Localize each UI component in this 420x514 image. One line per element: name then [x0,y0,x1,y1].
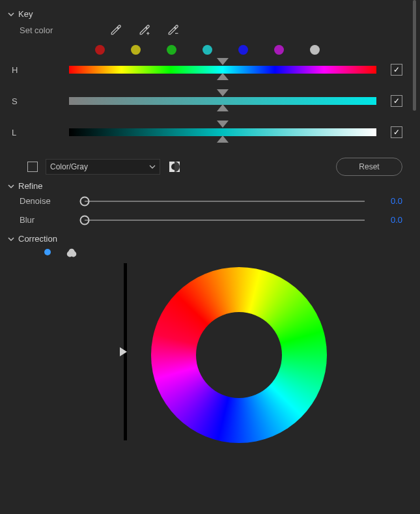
panel-vertical-scrollbar[interactable] [413,0,416,111]
s-checkbox[interactable]: ✓ [391,95,402,107]
swatch-blue[interactable] [238,45,248,55]
h-checkbox[interactable]: ✓ [391,64,402,76]
l-slider-handle[interactable] [217,121,229,143]
h-label: H [12,65,30,75]
s-slider[interactable] [69,97,376,105]
svg-marker-4 [217,121,229,128]
section-toggle-key[interactable]: Key [8,9,402,19]
swatch-cyan[interactable] [203,45,212,55]
section-toggle-correction[interactable]: Correction [8,234,402,244]
l-checkbox[interactable]: ✓ [391,126,402,138]
blur-value[interactable]: 0.0 [376,215,402,225]
swatch-gray[interactable] [310,45,320,55]
h-slider[interactable] [69,66,376,74]
section-toggle-refine[interactable]: Refine [8,181,402,191]
svg-marker-11 [120,347,127,356]
svg-point-10 [68,249,74,255]
blur-label: Blur [20,215,85,225]
correction-mode-single-icon[interactable] [44,249,51,255]
l-slider[interactable] [69,128,376,136]
mask-toggle-icon[interactable] [168,160,181,173]
swatch-magenta[interactable] [274,45,284,55]
eyedropper-add-icon[interactable] [139,24,150,36]
denoise-label: Denoise [20,196,85,206]
eyedropper-icon[interactable] [110,24,122,36]
svg-marker-5 [217,136,229,143]
correction-mode-threeway-icon[interactable] [65,249,78,258]
view-mode-select[interactable]: Color/Gray [46,159,160,175]
luminance-vertical-handle[interactable] [120,347,130,356]
svg-marker-3 [217,104,229,111]
key-swatch-row [95,45,402,55]
svg-marker-0 [217,58,229,65]
h-slider-handle[interactable] [217,58,229,80]
reset-button-label: Reset [359,162,379,171]
denoise-slider[interactable] [85,201,365,202]
set-color-label: Set color [20,25,53,35]
denoise-value[interactable]: 0.0 [376,196,402,206]
swatch-yellow[interactable] [131,45,141,55]
eyedropper-subtract-icon[interactable] [167,24,179,36]
swatch-green[interactable] [167,45,176,55]
section-title-key: Key [18,9,33,19]
view-preview-checkbox[interactable] [27,162,38,172]
svg-marker-2 [217,89,229,96]
section-title-refine: Refine [18,181,43,191]
luminance-vertical-slider[interactable] [124,263,127,440]
s-label: S [12,96,30,106]
section-title-correction: Correction [18,234,57,244]
l-label: L [12,128,30,137]
blur-slider[interactable] [85,220,365,221]
s-slider-handle[interactable] [217,89,229,111]
denoise-slider-handle[interactable] [80,196,90,206]
svg-marker-1 [217,73,229,80]
swatch-red[interactable] [95,45,105,55]
hue-color-wheel[interactable] [151,267,327,443]
view-mode-value: Color/Gray [50,162,88,171]
reset-button[interactable]: Reset [336,158,402,176]
blur-slider-handle[interactable] [80,215,90,225]
